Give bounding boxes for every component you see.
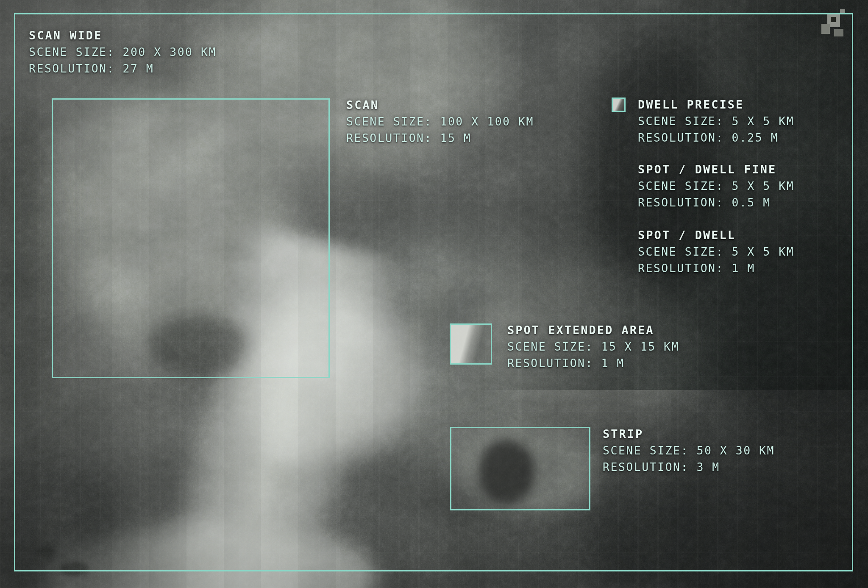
strip-dark-terrain: [479, 440, 534, 504]
mode-title: SCAN WIDE: [29, 27, 217, 44]
mode-resolution: RESOLUTION: 27 M: [29, 60, 217, 77]
mode-resolution: RESOLUTION: 3 M: [603, 459, 775, 475]
dwell-precise-footprint: [612, 98, 626, 112]
mode-scene-size: SCENE SIZE: 15 X 15 KM: [507, 338, 679, 355]
spot-extended-area-label: SPOT EXTENDED AREA SCENE SIZE: 15 X 15 K…: [507, 322, 679, 371]
scan-footprint: [52, 98, 330, 378]
mode-scene-size: SCENE SIZE: 200 X 300 KM: [29, 44, 217, 60]
sar-imaging-modes-infographic: SCAN WIDE SCENE SIZE: 200 X 300 KM RESOL…: [0, 0, 868, 588]
scan-label: SCAN SCENE SIZE: 100 X 100 KM RESOLUTION…: [346, 97, 534, 146]
mode-title: DWELL PRECISE: [638, 96, 794, 113]
mode-resolution: RESOLUTION: 0.25 M: [638, 129, 794, 146]
strip-label: STRIP SCENE SIZE: 50 X 30 KM RESOLUTION:…: [603, 426, 775, 475]
mode-scene-size: SCENE SIZE: 5 X 5 KM: [638, 178, 794, 194]
mode-resolution: RESOLUTION: 0.5 M: [638, 194, 794, 211]
mode-title: STRIP: [603, 426, 775, 442]
mode-title: SPOT / DWELL FINE: [638, 161, 794, 178]
mode-scene-size: SCENE SIZE: 50 X 30 KM: [603, 442, 775, 459]
spot-extended-area-footprint: [450, 323, 492, 365]
dwell-precise-label: DWELL PRECISE SCENE SIZE: 5 X 5 KM RESOL…: [638, 96, 794, 146]
scan-wide-label: SCAN WIDE SCENE SIZE: 200 X 300 KM RESOL…: [29, 27, 217, 77]
mode-scene-size: SCENE SIZE: 5 X 5 KM: [638, 243, 794, 260]
mode-scene-size: SCENE SIZE: 100 X 100 KM: [346, 113, 534, 130]
mode-resolution: RESOLUTION: 1 M: [507, 355, 679, 371]
mode-title: SPOT EXTENDED AREA: [507, 322, 679, 338]
spot-dwell-label: SPOT / DWELL SCENE SIZE: 5 X 5 KM RESOLU…: [638, 227, 794, 276]
mode-title: SPOT / DWELL: [638, 227, 794, 243]
mode-resolution: RESOLUTION: 1 M: [638, 260, 794, 276]
mode-scene-size: SCENE SIZE: 5 X 5 KM: [638, 113, 794, 129]
spot-dwell-fine-label: SPOT / DWELL FINE SCENE SIZE: 5 X 5 KM R…: [638, 161, 794, 211]
strip-footprint: [450, 427, 590, 510]
mode-title: SCAN: [346, 97, 534, 113]
mode-resolution: RESOLUTION: 15 M: [346, 130, 534, 146]
